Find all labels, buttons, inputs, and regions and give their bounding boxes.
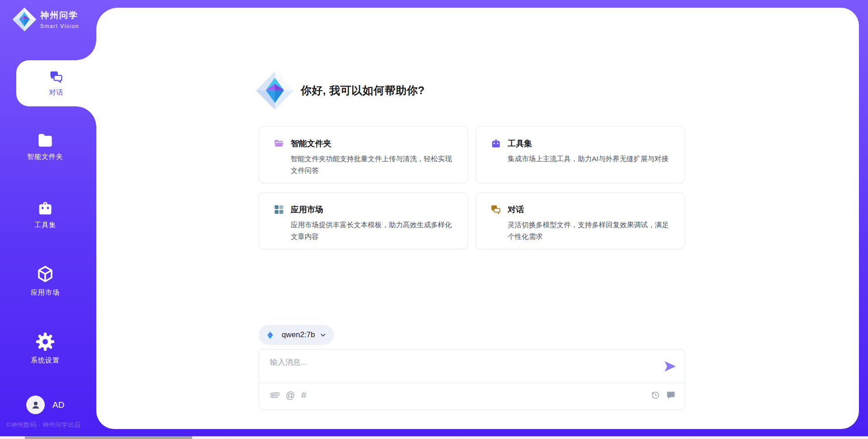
model-name: qwen2:7b [282, 330, 315, 339]
scrollbar-thumb[interactable] [25, 436, 192, 439]
sidebar-item-settings[interactable]: 系统设置 [0, 332, 90, 365]
feature-card-app-market[interactable]: 应用市场 应用市场提供丰富长文本模板，助力高效生成多样化文章内容 [259, 192, 468, 249]
sidebar-item-toolset[interactable]: 工具集 [0, 200, 90, 229]
card-title: 智能文件夹 [291, 138, 331, 149]
copyright-text: ©神州数码 · 神州问学出品 [6, 421, 80, 429]
person-icon [30, 400, 41, 410]
composer-divider [259, 383, 684, 383]
horizontal-scrollbar[interactable] [0, 436, 868, 439]
chat-bubbles-icon [49, 70, 64, 84]
grid-icon [274, 204, 284, 215]
brand: 神州问学 Smart Vision [12, 7, 79, 32]
dialog-button[interactable] [666, 391, 675, 400]
avatar [26, 396, 45, 414]
at-sign-icon: @ [286, 391, 295, 400]
model-selector[interactable]: qwen2:7b [259, 325, 334, 345]
sidebar-item-chat[interactable]: 对话 [16, 60, 96, 106]
send-icon [664, 361, 676, 372]
card-description: 灵活切换多模型文件，支持多样回复效果调试，满足个性化需求 [508, 219, 671, 243]
card-description: 智能文件夹功能支持批量文件上传与清洗，轻松实现文件问答 [291, 153, 454, 177]
mention-button[interactable]: @ [286, 391, 295, 400]
tab-fillet-bottom [76, 106, 96, 127]
user-profile[interactable]: AD [26, 396, 64, 414]
brand-name: 神州问学 [40, 10, 79, 21]
briefcase-icon [491, 138, 501, 149]
chevron-down-icon [320, 332, 326, 339]
greeting-text: 你好, 我可以如何帮助你? [301, 83, 425, 98]
sidebar-item-label: 系统设置 [31, 356, 60, 365]
feature-card-toolset[interactable]: 工具集 集成市场上主流工具，助力AI与外界无缝扩展与对接 [476, 126, 685, 183]
composer: @ # [259, 349, 685, 410]
brand-subtitle: Smart Vision [40, 23, 79, 29]
card-title: 对话 [508, 204, 524, 215]
sidebar-item-label: 应用市场 [31, 288, 60, 297]
message-input[interactable] [270, 357, 654, 380]
attach-file-button[interactable] [270, 391, 279, 400]
sidebar-item-label: 工具集 [34, 221, 56, 229]
card-description: 集成市场上主流工具，助力AI与外界无缝扩展与对接 [508, 153, 671, 165]
briefcase-icon [37, 200, 54, 216]
card-title: 工具集 [508, 138, 532, 149]
card-title: 应用市场 [291, 204, 323, 215]
sidebar-item-smart-folder[interactable]: 智能文件夹 [0, 133, 90, 161]
sidebar-item-label: 对话 [49, 88, 64, 97]
feature-cards: 智能文件夹 智能文件夹功能支持批量文件上传与清洗，轻松实现文件问答 工具集 集成… [259, 126, 685, 249]
model-logo-icon [264, 329, 276, 341]
feature-card-chat[interactable]: 对话 灵活切换多模型文件，支持多样回复效果调试，满足个性化需求 [476, 192, 685, 249]
folder-icon [37, 133, 54, 148]
history-icon [651, 391, 660, 400]
sidebar: 神州问学 Smart Vision 对话 智能文件夹 工具集 [0, 0, 96, 439]
card-description: 应用市场提供丰富长文本模板，助力高效生成多样化文章内容 [291, 219, 454, 243]
composer-toolbar: @ # [270, 388, 675, 402]
comment-icon [666, 391, 675, 400]
feature-card-smart-folder[interactable]: 智能文件夹 智能文件夹功能支持批量文件上传与清洗，轻松实现文件问答 [259, 126, 468, 183]
sidebar-item-app-market[interactable]: 应用市场 [0, 265, 90, 297]
cube-icon [36, 265, 55, 284]
topic-button[interactable]: # [301, 391, 306, 400]
sidebar-item-label: 智能文件夹 [27, 153, 63, 161]
main-content: 你好, 我可以如何帮助你? 智能文件夹 智能文件夹功能支持批量文件上传与清洗，轻… [96, 8, 859, 429]
tab-fillet-top [76, 40, 96, 60]
paperclip-icon [270, 391, 279, 400]
hash-icon: # [301, 391, 306, 400]
folder-open-icon [274, 138, 284, 149]
gear-icon [35, 332, 55, 352]
user-name: AD [52, 400, 64, 410]
greeting: 你好, 我可以如何帮助你? [255, 71, 425, 110]
brand-logo-icon [12, 7, 37, 32]
chat-bubbles-icon [491, 204, 501, 215]
assistant-logo-icon [255, 71, 294, 110]
send-button[interactable] [664, 361, 676, 372]
history-button[interactable] [651, 391, 660, 400]
